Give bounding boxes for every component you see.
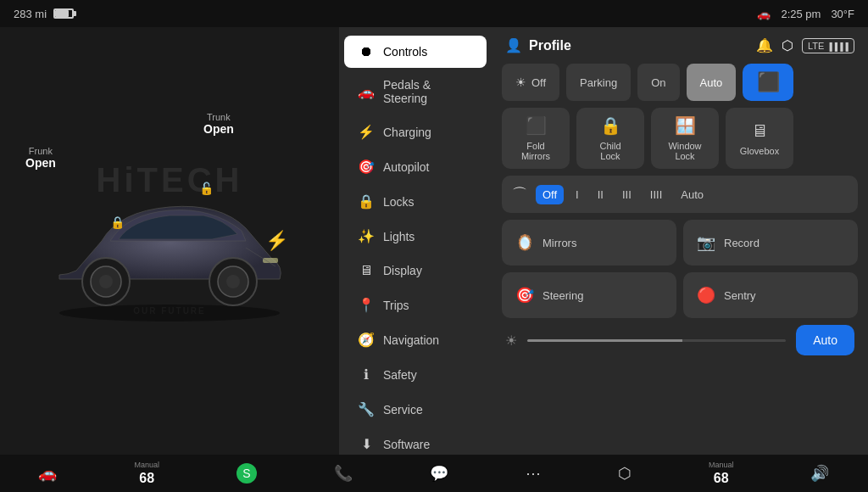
fold-mirrors-icon: ⬛: [526, 115, 547, 136]
btn-record[interactable]: 📷 Record: [683, 220, 858, 266]
glovebox-label: Glovebox: [740, 146, 779, 156]
trunk-label: Trunk Open: [203, 112, 234, 136]
btn-auto[interactable]: Auto: [687, 64, 737, 101]
taskbar-car-icon: 🚗: [38, 464, 57, 483]
frunk-title: Frunk: [25, 146, 56, 156]
sidebar-label-safety: Safety: [383, 368, 417, 382]
taskbar-chat[interactable]: 💬: [430, 464, 448, 483]
svg-rect-7: [263, 258, 278, 263]
sidebar-item-service[interactable]: 🔧 Service: [344, 393, 487, 426]
sidebar-label-controls: Controls: [383, 45, 427, 59]
phone-icon: 📞: [334, 464, 353, 483]
wiper-controls: ⌒ Off I II III IIII Auto: [502, 176, 858, 213]
taskbar-climate-right[interactable]: Manual 68: [709, 461, 734, 486]
sidebar-item-controls[interactable]: ⏺ Controls: [344, 36, 487, 68]
sidebar-label-charging: Charging: [383, 126, 431, 139]
sentry-icon: 🔴: [697, 286, 715, 305]
wiper-off[interactable]: Off: [536, 185, 564, 204]
display-icon: 🖥: [358, 263, 375, 278]
status-left: 283 mi: [14, 8, 74, 20]
fold-mirrors-label: FoldMirrors: [521, 141, 550, 161]
content-panel: 👤 Profile 🔔 ⬡ LTE ▐▐▐▐ ☀: [492, 27, 868, 492]
locks-icon: 🔒: [358, 193, 375, 210]
window-lock-icon: 🪟: [675, 115, 696, 136]
wiper-iii[interactable]: III: [615, 185, 638, 204]
taskbar-bluetooth[interactable]: ⬡: [618, 464, 632, 483]
svg-point-3: [99, 275, 113, 288]
wiper-ii[interactable]: II: [591, 185, 610, 204]
chat-icon: 💬: [430, 464, 448, 483]
trunk-lock-icon: 🔓: [199, 182, 214, 195]
sidebar-item-charging[interactable]: ⚡ Charging: [344, 115, 487, 148]
sidebar-item-trips[interactable]: 📍 Trips: [344, 288, 487, 321]
sidebar-item-navigation[interactable]: 🧭 Navigation: [344, 323, 487, 356]
glovebox-icon: 🖥: [751, 121, 768, 141]
camera-row: 🪞 Mirrors 📷 Record: [502, 220, 858, 266]
battery-icon: [53, 8, 74, 19]
software-icon: ⬇: [358, 436, 375, 452]
mileage: 283 mi: [14, 8, 47, 20]
child-lock-label: ChildLock: [599, 141, 620, 161]
btn-brightness-auto[interactable]: Auto: [796, 325, 854, 355]
sidebar: ⏺ Controls 🚗 Pedals & Steering ⚡ Chargin…: [339, 27, 492, 492]
profile-header: 👤 Profile 🔔 ⬡ LTE ▐▐▐▐: [502, 37, 858, 53]
btn-window-lock[interactable]: 🪟 WindowLock: [651, 108, 719, 169]
temperature: 30°F: [831, 8, 854, 20]
btn-mirrors[interactable]: 🪞 Mirrors: [502, 220, 676, 266]
car-icon-status: 🚗: [757, 8, 771, 20]
sidebar-item-safety[interactable]: ℹ Safety: [344, 358, 487, 391]
btn-off[interactable]: ☀ Off: [502, 64, 559, 101]
sidebar-item-display[interactable]: 🖥 Display: [344, 254, 487, 287]
record-icon: 📷: [697, 233, 715, 252]
brightness-slider[interactable]: [527, 339, 786, 342]
features-row: ⬛ FoldMirrors 🔒 ChildLock 🪟 WindowLock 🖥…: [502, 108, 858, 169]
child-lock-icon: 🔒: [600, 115, 621, 136]
steering-row: 🎯 Steering 🔴 Sentry: [502, 272, 858, 318]
btn-beam-icon[interactable]: ⬛: [743, 64, 793, 101]
sidebar-label-autopilot: Autopilot: [383, 160, 429, 174]
profile-label: Profile: [529, 38, 571, 53]
sidebar-item-locks[interactable]: 🔒 Locks: [344, 185, 487, 218]
wiper-auto[interactable]: Auto: [674, 185, 710, 204]
btn-parking[interactable]: Parking: [566, 64, 631, 101]
sun-icon: ☀: [515, 75, 526, 89]
beam-icon: ⬛: [757, 71, 780, 93]
taskbar-volume[interactable]: 🔊: [810, 464, 829, 483]
sidebar-label-service: Service: [383, 403, 423, 417]
taskbar-apps[interactable]: ⋯: [526, 464, 541, 483]
controls-icon: ⏺: [358, 44, 375, 59]
wiper-iiii[interactable]: IIII: [643, 185, 669, 204]
taskbar-phone[interactable]: 📞: [334, 464, 353, 483]
frunk-lock-icon: 🔒: [110, 215, 125, 229]
car-panel: HiTECHWORKYOUR VISIONOUR FUTURE Frunk Op…: [0, 27, 339, 455]
btn-sentry[interactable]: 🔴 Sentry: [683, 272, 858, 318]
wiper-icon: ⌒: [512, 184, 527, 204]
wiper-i[interactable]: I: [569, 185, 586, 204]
bluetooth-icon[interactable]: ⬡: [782, 37, 793, 53]
volume-icon: 🔊: [810, 464, 829, 483]
charging-icon: ⚡: [358, 124, 375, 140]
svg-point-6: [226, 275, 240, 288]
safety-icon: ℹ: [358, 366, 375, 383]
taskbar-climate-left[interactable]: Manual 68: [134, 461, 159, 486]
btn-steering[interactable]: 🎯 Steering: [502, 272, 676, 318]
bell-icon[interactable]: 🔔: [756, 37, 773, 53]
sidebar-item-autopilot[interactable]: 🎯 Autopilot: [344, 150, 487, 183]
profile-title: 👤 Profile: [505, 37, 571, 53]
taskbar-spotify[interactable]: S: [236, 463, 257, 484]
btn-fold-mirrors[interactable]: ⬛ FoldMirrors: [502, 108, 570, 169]
sidebar-item-pedals[interactable]: 🚗 Pedals & Steering: [344, 70, 487, 114]
steering-label: Steering: [542, 289, 583, 302]
main-content: HiTECHWORKYOUR VISIONOUR FUTURE Frunk Op…: [0, 27, 868, 455]
profile-user-icon: 👤: [505, 37, 522, 53]
sidebar-item-lights[interactable]: ✨ Lights: [344, 220, 487, 253]
mirrors-icon: 🪞: [515, 233, 534, 252]
brightness-min-icon: ☀: [505, 333, 517, 349]
taskbar-bluetooth-icon: ⬡: [618, 464, 632, 483]
btn-glovebox[interactable]: 🖥 Glovebox: [726, 108, 793, 169]
mirrors-label: Mirrors: [542, 237, 576, 249]
btn-child-lock[interactable]: 🔒 ChildLock: [576, 108, 644, 169]
btn-on[interactable]: On: [637, 64, 679, 101]
status-bar: 283 mi 🚗 2:25 pm 30°F: [0, 0, 868, 27]
taskbar-car[interactable]: 🚗: [38, 464, 57, 483]
